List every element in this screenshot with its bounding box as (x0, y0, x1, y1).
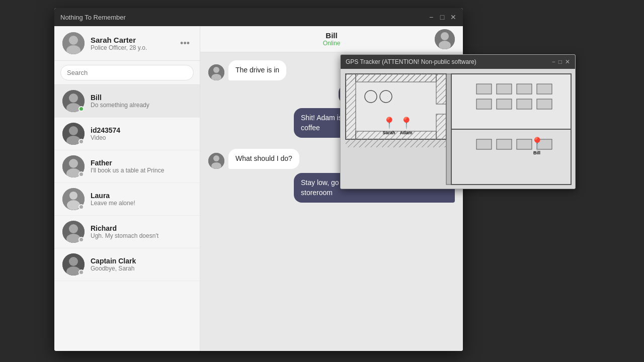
profile-name: Sarah Carter (91, 36, 172, 44)
gps-title-bar: GPS Tracker (ATTENTION! Non-public softw… (341, 55, 575, 69)
adam-pin-icon: 📍 (399, 116, 414, 130)
status-dot-father (78, 171, 84, 177)
gps-close-button[interactable]: ✕ (565, 58, 570, 65)
contact-name-father: Father (91, 159, 192, 167)
svg-rect-49 (537, 99, 552, 109)
svg-rect-39 (446, 74, 451, 185)
svg-rect-44 (517, 84, 532, 94)
search-container (54, 61, 200, 85)
svg-rect-46 (476, 99, 492, 109)
sidebar: Sarah Carter Police Officer, 28 y.o. ••• (54, 26, 200, 351)
profile-header: Sarah Carter Police Officer, 28 y.o. ••• (54, 26, 200, 61)
svg-rect-42 (476, 84, 492, 94)
chat-contact-status: Online (323, 40, 341, 47)
status-dot-captain-clark (78, 269, 84, 275)
contact-item-captain-clark[interactable]: Captain Clark Goodbye, Sarah (54, 248, 200, 281)
svg-rect-45 (537, 84, 552, 94)
contact-avatar-wrap-id243574 (62, 123, 85, 145)
contact-item-laura[interactable]: Laura Leave me alone! (54, 183, 200, 216)
contact-msg-richard: Ugh. My stomach doesn't (91, 232, 192, 239)
svg-point-25 (213, 67, 219, 73)
contact-info-laura: Laura Leave me alone! (91, 192, 192, 207)
status-dot-richard (78, 237, 84, 242)
contact-msg-id243574: Video (91, 134, 192, 141)
sarah-pin-icon: 📍 (382, 116, 396, 130)
svg-rect-51 (497, 139, 512, 149)
contact-msg-bill: Do something already (91, 102, 192, 109)
contact-info-father: Father I'll book us a table at Prince (91, 159, 192, 174)
profile-subtitle: Police Officer, 28 y.o. (91, 44, 172, 51)
bill-pin-icon: 📍 (530, 136, 544, 150)
contact-avatar-wrap-captain-clark (62, 253, 85, 276)
contact-name-laura: Laura (91, 192, 192, 200)
gps-title: GPS Tracker (ATTENTION! Non-public softw… (346, 58, 476, 65)
title-bar-controls: − □ ✕ (428, 14, 457, 21)
contact-item-richard[interactable]: Richard Ugh. My stomach doesn't (54, 216, 200, 248)
svg-point-13 (69, 192, 77, 200)
svg-point-4 (69, 94, 78, 103)
adam-marker-label: Adam (399, 130, 412, 135)
svg-point-14 (67, 200, 80, 210)
status-dot-bill (78, 106, 84, 112)
contact-msg-father: I'll book us a table at Prince (91, 167, 192, 174)
svg-rect-55 (346, 139, 446, 147)
svg-rect-47 (497, 99, 512, 109)
svg-rect-31 (346, 74, 446, 139)
svg-point-7 (69, 126, 78, 135)
contact-avatar-wrap-laura (62, 188, 85, 210)
gps-body: 📍 Sarah 📍 Adam 📍 Bill (341, 69, 575, 189)
svg-point-19 (69, 257, 78, 266)
svg-point-10 (69, 159, 78, 168)
svg-point-28 (213, 155, 219, 161)
contact-name-richard: Richard (91, 224, 192, 232)
contact-avatar-wrap-bill (62, 90, 85, 112)
contact-msg-captain-clark: Goodbye, Sarah (91, 265, 192, 272)
minimize-button[interactable]: − (428, 14, 435, 21)
message-bubble-4: What should I do? (228, 149, 299, 169)
chat-header-avatar (435, 29, 455, 49)
contact-name-bill: Bill (91, 94, 192, 102)
chat-header-info: Bill Online (323, 31, 341, 47)
contact-avatar-wrap-richard (62, 221, 85, 243)
svg-point-16 (69, 224, 78, 233)
svg-point-1 (69, 36, 78, 45)
msg-avatar-1 (208, 64, 224, 80)
svg-rect-34 (436, 114, 446, 139)
gps-controls: − □ ✕ (552, 58, 570, 65)
floor-plan-svg: 📍 Sarah 📍 Adam 📍 Bill (341, 69, 575, 189)
svg-rect-41 (451, 129, 571, 185)
contact-info-id243574: id243574 Video (91, 126, 192, 141)
gps-minimize-button[interactable]: − (552, 58, 555, 65)
close-button[interactable]: ✕ (450, 14, 457, 21)
msg-avatar-4 (208, 153, 224, 169)
contact-item-bill[interactable]: Bill Do something already (54, 85, 200, 118)
chat-header: Bill Online (200, 26, 463, 52)
gps-tracker-window: GPS Tracker (ATTENTION! Non-public softw… (340, 54, 576, 189)
contact-info-bill: Bill Do something already (91, 94, 192, 109)
search-input[interactable] (60, 65, 194, 80)
avatar (62, 32, 85, 54)
chat-contact-name: Bill (323, 31, 341, 40)
contact-name-captain-clark: Captain Clark (91, 257, 192, 265)
app-title: Nothing To Remember (60, 14, 126, 21)
contact-item-father[interactable]: Father I'll book us a table at Prince (54, 150, 200, 183)
svg-rect-52 (517, 139, 532, 149)
more-options-button[interactable]: ••• (178, 36, 192, 51)
svg-point-22 (441, 32, 449, 40)
gps-maximize-button[interactable]: □ (558, 58, 562, 65)
svg-rect-43 (497, 84, 512, 94)
message-bubble-1: The drive is in (228, 60, 286, 80)
contact-name-id243574: id243574 (91, 126, 192, 134)
status-dot-laura (78, 204, 84, 210)
contact-item-id243574[interactable]: id243574 Video (54, 118, 200, 150)
svg-rect-50 (476, 139, 492, 149)
message-text-4: What should I do? (235, 154, 292, 162)
title-bar: Nothing To Remember − □ ✕ (54, 8, 463, 26)
maximize-button[interactable]: □ (439, 14, 446, 21)
profile-info: Sarah Carter Police Officer, 28 y.o. (91, 36, 172, 51)
svg-rect-48 (517, 99, 532, 109)
contact-info-richard: Richard Ugh. My stomach doesn't (91, 224, 192, 239)
message-text-1: The drive is in (235, 66, 279, 74)
contact-list: Bill Do something already (54, 85, 200, 351)
contact-msg-laura: Leave me alone! (91, 200, 192, 207)
